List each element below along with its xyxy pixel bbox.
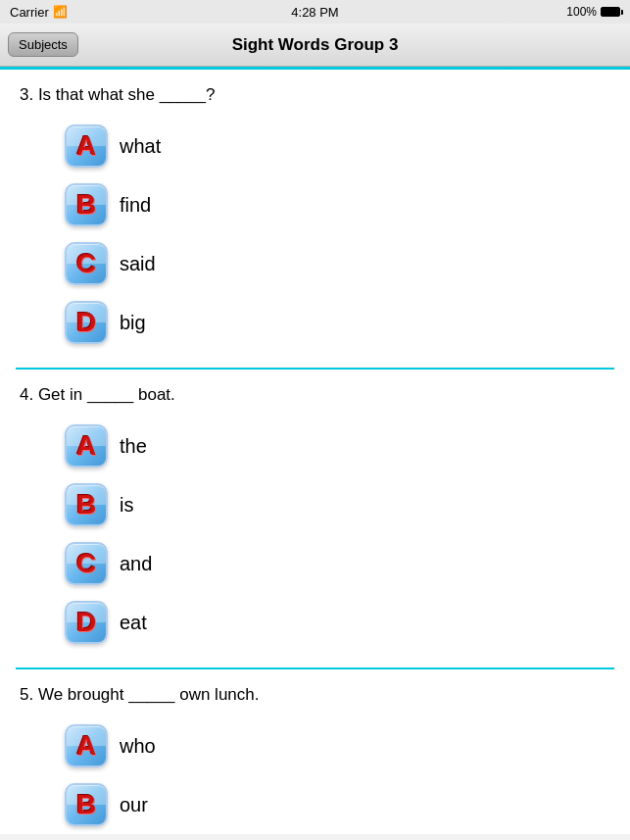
q5-letter-b: B — [76, 789, 96, 820]
status-bar-left: Carrier 📶 — [10, 5, 68, 20]
question-4-options: A the B is C and D eat — [65, 417, 614, 652]
q3-badge-b: B — [65, 183, 108, 226]
nav-title: Sight Words Group 3 — [232, 35, 399, 55]
q3-badge-c: C — [65, 242, 108, 285]
q4-word-c: and — [120, 553, 152, 575]
q3-word-b: find — [120, 194, 151, 217]
question-3-text: 3. Is that what she _____? — [20, 85, 614, 105]
q3-letter-c: C — [76, 248, 96, 279]
q3-badge-a: A — [65, 124, 108, 168]
q3-word-d: big — [120, 312, 146, 334]
q4-option-a[interactable]: A the — [65, 417, 614, 475]
question-4-text: 4. Get in _____ boat. — [20, 385, 614, 405]
q5-word-a: who — [120, 735, 156, 758]
question-4-block: 4. Get in _____ boat. A the B is C and — [0, 370, 630, 652]
question-3-block: 3. Is that what she _____? A what B find… — [0, 70, 630, 352]
q4-letter-d: D — [76, 607, 96, 638]
carrier-label: Carrier — [10, 5, 49, 20]
battery-icon — [601, 7, 620, 17]
subjects-button[interactable]: Subjects — [8, 32, 78, 57]
q5-badge-a: A — [65, 724, 108, 767]
q4-word-a: the — [120, 435, 147, 458]
q4-letter-b: B — [76, 489, 96, 520]
q5-option-a[interactable]: A who — [65, 716, 614, 775]
q3-badge-d: D — [65, 301, 108, 344]
status-bar: Carrier 📶 4:28 PM 100% — [0, 0, 630, 24]
q3-letter-a: A — [76, 130, 96, 162]
wifi-icon: 📶 — [53, 5, 68, 19]
q4-option-b[interactable]: B is — [65, 475, 614, 534]
q3-option-c[interactable]: C said — [65, 234, 614, 293]
q3-word-c: said — [120, 253, 156, 275]
q3-option-d[interactable]: D big — [65, 293, 614, 352]
q5-option-b[interactable]: B our — [65, 775, 614, 834]
q3-letter-b: B — [76, 189, 96, 221]
q3-letter-d: D — [76, 307, 96, 338]
battery-percent: 100% — [566, 5, 597, 19]
q4-badge-a: A — [65, 424, 108, 468]
q3-option-a[interactable]: A what — [65, 117, 614, 175]
q4-option-d[interactable]: D eat — [65, 593, 614, 652]
q4-badge-b: B — [65, 483, 108, 526]
q5-letter-a: A — [76, 730, 96, 762]
question-5-text: 5. We brought _____ own lunch. — [20, 685, 614, 705]
q5-word-b: our — [120, 794, 148, 816]
q4-letter-c: C — [76, 548, 96, 579]
question-5-options: A who B our — [65, 716, 614, 834]
status-bar-right: 100% — [566, 5, 620, 19]
q3-option-b[interactable]: B find — [65, 175, 614, 234]
main-content: 3. Is that what she _____? A what B find… — [0, 70, 630, 834]
q4-word-d: eat — [120, 612, 147, 634]
question-3-options: A what B find C said D big — [65, 117, 614, 352]
nav-bar: Subjects Sight Words Group 3 — [0, 24, 630, 67]
q4-letter-a: A — [76, 430, 96, 462]
q4-word-b: is — [120, 494, 133, 517]
status-bar-time: 4:28 PM — [291, 5, 338, 20]
q5-badge-b: B — [65, 783, 108, 826]
q4-badge-d: D — [65, 601, 108, 644]
q4-option-c[interactable]: C and — [65, 534, 614, 593]
q4-badge-c: C — [65, 542, 108, 585]
q3-word-a: what — [120, 135, 161, 158]
question-5-block: 5. We brought _____ own lunch. A who B o… — [0, 669, 630, 834]
